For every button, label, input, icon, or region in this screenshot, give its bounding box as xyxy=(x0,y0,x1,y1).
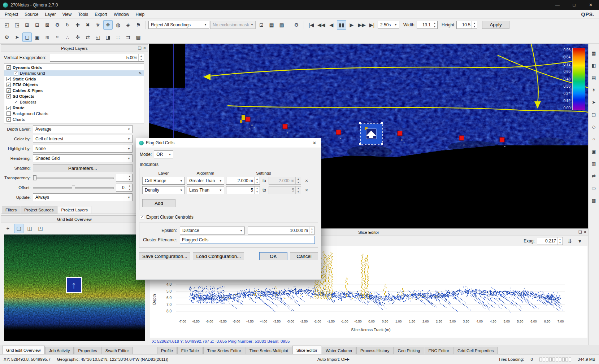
spline-line-icon[interactable]: ≈ xyxy=(53,32,62,42)
go-last-icon[interactable]: ▶| xyxy=(367,20,377,30)
grid-edit-icon[interactable]: ▦ xyxy=(267,20,276,30)
spinner-arrows-icon[interactable]: ▲▼ xyxy=(254,177,260,184)
checkbox[interactable]: ✓ xyxy=(6,106,11,110)
interval-dropdown[interactable]: 2.50s▼ xyxy=(378,21,399,29)
cancel-button[interactable]: Cancel xyxy=(290,252,318,260)
reject-soundings-dropdown[interactable]: Reject All Soundings▼ xyxy=(148,21,209,29)
tab-geo-picking[interactable]: Geo Picking xyxy=(394,347,424,354)
transparency-stepper[interactable]: ▲▼ xyxy=(116,174,133,182)
select-extent-icon[interactable]: ◳ xyxy=(12,20,22,30)
offset-stepper[interactable]: 0.▲▼ xyxy=(116,184,133,192)
spline-surface-icon[interactable]: ≋ xyxy=(43,32,52,42)
indicator-value-stepper[interactable]: 5 ▲▼ xyxy=(226,186,260,194)
process-settings-icon[interactable]: ⚙ xyxy=(53,20,62,30)
tab-water-column[interactable]: Water Column xyxy=(322,347,356,354)
display-settings-icon[interactable]: ⚙ xyxy=(292,20,301,30)
checkbox[interactable]: ✓ xyxy=(6,88,11,93)
flagged-cell-marker[interactable] xyxy=(398,131,402,136)
indicator-layer-dropdown[interactable]: Cell Range▼ xyxy=(142,177,185,185)
dialog-close-icon[interactable]: ✕ xyxy=(308,138,321,148)
fast-forward-icon[interactable]: ▶▶ xyxy=(357,20,366,30)
pause-icon[interactable]: ▮▮ xyxy=(337,20,346,30)
spinner-arrows-icon[interactable]: ▲▼ xyxy=(309,227,314,234)
vertical-exaggeration-stepper[interactable]: 5.00× ▲▼ xyxy=(50,54,144,62)
spinner-arrows-icon[interactable]: ▲▼ xyxy=(127,174,132,181)
edit-pencil-icon[interactable]: ✎ xyxy=(139,71,142,76)
load-configuration-button[interactable]: Load Configuration... xyxy=(193,252,244,260)
export-visible-icon[interactable]: ⊟ xyxy=(32,20,42,30)
indicator-value-stepper[interactable]: 2.000 m ▲▼ xyxy=(226,177,260,185)
flagged-cell-marker[interactable] xyxy=(246,117,250,122)
select-soundings-icon[interactable]: ❖ xyxy=(103,20,113,30)
flagged-cell-marker[interactable] xyxy=(500,137,504,142)
tab-filters[interactable]: Filters xyxy=(2,206,20,214)
poly-select-icon[interactable]: ◇ xyxy=(590,122,598,131)
pointer-tool-icon[interactable]: ➤ xyxy=(590,98,598,106)
transform-icon[interactable]: ⇄ xyxy=(83,32,92,42)
menu-export[interactable]: Export xyxy=(91,11,110,18)
pointer-icon[interactable]: ➤ xyxy=(12,32,22,42)
highlight-by-dropdown[interactable]: None▼ xyxy=(33,145,133,153)
sun-illumination-icon[interactable]: ✜ xyxy=(73,32,82,42)
step-backward-icon[interactable]: ◀ xyxy=(327,20,336,30)
tab-profile[interactable]: Profile xyxy=(157,347,177,354)
tab-enc-editor[interactable]: ENC Editor xyxy=(425,347,453,354)
go-first-icon[interactable]: |◀ xyxy=(307,20,316,30)
float-panel-icon[interactable]: ❏ xyxy=(578,230,582,234)
crop-icon[interactable]: ◱ xyxy=(93,32,103,42)
depth-layer-dropdown[interactable]: Average▼ xyxy=(33,125,133,133)
rect-select-icon[interactable]: ▢ xyxy=(590,110,598,119)
spinner-arrows-icon[interactable]: ▲▼ xyxy=(138,54,144,61)
indicator-algorithm-dropdown[interactable]: Less Than▼ xyxy=(187,186,224,194)
add-indicator-button[interactable]: Add xyxy=(142,199,175,207)
image-overlay-icon[interactable]: ▣ xyxy=(32,32,42,42)
tree-item-background-charts[interactable]: Background Charts xyxy=(4,111,144,117)
dialog-title-bar[interactable]: Flag Grid Cells ✕ xyxy=(136,138,321,148)
close-button[interactable]: ✕ xyxy=(582,0,599,10)
tree-item-sd-objects[interactable]: ✓Sd Objects xyxy=(4,93,144,99)
pan-view-icon[interactable]: ◫ xyxy=(25,224,34,233)
checkbox[interactable]: ✓ xyxy=(6,65,11,70)
checkbox[interactable]: ✓ xyxy=(6,117,11,122)
spinner-arrows-icon[interactable]: ▲▼ xyxy=(432,21,437,28)
tab-swath-editor[interactable]: Swath Editor xyxy=(101,347,133,354)
close-panel-icon[interactable]: ✕ xyxy=(583,230,587,234)
grid-view-icon[interactable]: ▦ xyxy=(590,49,598,57)
tab-time-series-editor[interactable]: Time Series Editor xyxy=(203,347,245,354)
spinner-arrows-icon[interactable]: ▲▼ xyxy=(472,21,477,28)
tree-item-charts[interactable]: ✓Charts xyxy=(4,117,144,122)
grid-tools-icon[interactable]: ▩ xyxy=(277,20,286,30)
color-by-dropdown[interactable]: Cell of Interest▼ xyxy=(33,135,133,143)
export-all-icon[interactable]: ⊠ xyxy=(43,20,52,30)
epsilon-amount-stepper[interactable]: 10.000 m ▲▼ xyxy=(248,227,315,234)
tab-slice-editor[interactable]: Slice Editor xyxy=(292,346,321,354)
tab-file-table[interactable]: File Table xyxy=(177,347,203,354)
tab-project-layers[interactable]: Project Layers xyxy=(58,206,92,214)
select-window-icon[interactable]: ◰ xyxy=(2,20,12,30)
menu-tools[interactable]: Tools xyxy=(75,11,91,18)
selected-cell-marker[interactable]: ↑ xyxy=(66,277,82,293)
tab-grid-edit-overview[interactable]: Grid Edit Overview xyxy=(2,346,45,354)
epsilon-dropdown[interactable]: Distance▼ xyxy=(180,227,245,234)
checkbox[interactable] xyxy=(6,111,11,116)
maximize-button[interactable]: □ xyxy=(566,0,582,10)
slider-thumb[interactable] xyxy=(72,185,75,190)
reload-icon[interactable]: ↻ xyxy=(63,20,72,30)
track-points-icon[interactable]: ⇉ xyxy=(123,32,133,42)
menu-window[interactable]: Window xyxy=(110,11,133,18)
select-grid-cells-icon[interactable]: ▢ xyxy=(22,32,32,42)
checkbox[interactable]: ✓ xyxy=(14,71,18,75)
apply-button[interactable]: Apply xyxy=(482,21,509,29)
export-selection-icon[interactable]: ⊞ xyxy=(22,20,32,30)
route-icon[interactable]: ∷ xyxy=(113,32,123,42)
tree-item-cables-pipes[interactable]: ✓Cables & Pipes xyxy=(4,88,144,93)
flagged-cell-marker[interactable] xyxy=(459,136,464,140)
settings-icon[interactable]: ⚙ xyxy=(2,32,12,42)
tab-properties[interactable]: Properties xyxy=(74,347,101,354)
height-stepper[interactable]: 10.5 ▲▼ xyxy=(456,21,477,29)
reject-soundings-icon[interactable]: ✖ xyxy=(83,20,92,30)
mode-dropdown[interactable]: OR▼ xyxy=(154,150,173,158)
views-menu-icon[interactable]: ▼ xyxy=(575,236,585,246)
zoom-fit-icon[interactable]: ⌖ xyxy=(3,224,13,233)
slider-thumb[interactable] xyxy=(33,175,36,180)
